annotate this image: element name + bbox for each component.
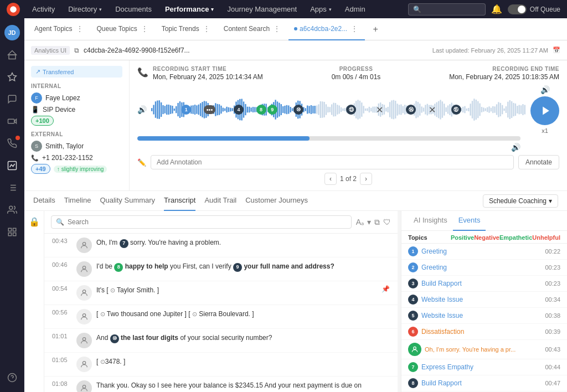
timeline-track-wrapper: 🔊: [137, 136, 559, 152]
global-search[interactable]: 🔍: [408, 3, 486, 16]
msg-time: 00:43: [52, 238, 72, 244]
ai-event-time: 00:34: [545, 296, 560, 303]
sidebar-analytics[interactable]: [2, 156, 22, 176]
sidebar-grid[interactable]: [2, 222, 22, 242]
prev-page-button[interactable]: ‹: [324, 173, 337, 185]
annotation-input[interactable]: [151, 155, 514, 169]
recording-end-col: RECORDING END TIME Mon, February 24, 202…: [449, 66, 559, 81]
tab-timeline[interactable]: Timeline: [64, 191, 91, 211]
sidebar-help[interactable]: [2, 368, 22, 388]
svg-point-23: [83, 290, 85, 293]
ai-event-row[interactable]: 1 Greeting 00:22: [401, 244, 567, 260]
queue-toggle-wrap: Off Queue: [508, 4, 560, 14]
waveform-wrapper: 🔊: [137, 85, 559, 134]
svg-point-27: [83, 385, 85, 388]
ai-event-row[interactable]: 7 Express Empathy 00:44: [401, 359, 567, 375]
schedule-coaching-button[interactable]: Schedule Coaching ▾: [483, 194, 558, 208]
ai-event-row[interactable]: 3 Build Rapport 00:23: [401, 276, 567, 292]
tab-agent-topics[interactable]: Agent Topics ⋮: [29, 18, 90, 40]
tab-content-search-menu[interactable]: ⋮: [272, 24, 282, 33]
timeline-fill: [137, 136, 310, 141]
start-value: Mon, February 24, 2025 10:14:34 AM: [153, 73, 263, 81]
tab-transcript[interactable]: Transcript: [164, 191, 195, 211]
caret-down-icon[interactable]: ▾: [367, 218, 371, 227]
sidebar-home[interactable]: [2, 45, 22, 65]
tab-details[interactable]: Details: [33, 191, 55, 211]
nav-directory[interactable]: Directory ▾: [63, 3, 107, 16]
tab-record-menu[interactable]: ⋮: [349, 24, 359, 33]
ai-event-num: 1: [408, 246, 418, 256]
tab-queue-topics-menu[interactable]: ⋮: [140, 24, 150, 33]
tab-agent-topics-menu[interactable]: ⋮: [75, 24, 85, 33]
internal-score-badge: +100: [31, 116, 54, 126]
tab-content-search[interactable]: Content Search ⋮: [218, 18, 287, 40]
annotate-button[interactable]: Annotate: [518, 155, 559, 169]
progress-value: 0m 00s / 4m 01s: [332, 73, 381, 81]
tab-add-button[interactable]: +: [368, 22, 383, 37]
ai-insights-tab[interactable]: AI Insights: [408, 211, 453, 231]
next-page-button[interactable]: ›: [360, 173, 372, 185]
ai-event-row[interactable]: 4 Website Issue 00:34: [401, 292, 567, 308]
phone-recording-icon: 📞: [137, 67, 148, 78]
shield-icon[interactable]: 🛡: [383, 218, 391, 227]
transcript-lock-icon[interactable]: 🔒: [29, 216, 40, 227]
ai-event-row[interactable]: 5 Website Issue 00:38: [401, 308, 567, 324]
caller-msg-avatar: [76, 285, 92, 301]
sidebar-chat[interactable]: [2, 89, 22, 109]
calendar-icon[interactable]: 📅: [553, 47, 560, 54]
tab-topic-trends-menu[interactable]: ⋮: [202, 24, 212, 33]
tab-audit-trail[interactable]: Audit Trail: [204, 191, 236, 211]
internal-score: +100: [31, 116, 122, 126]
tab-customer-journeys[interactable]: Customer Journeys: [245, 191, 308, 211]
playback-speed[interactable]: x1: [542, 127, 548, 134]
ai-event-num: 6: [408, 327, 418, 337]
sidebar-video[interactable]: [2, 111, 22, 131]
nav-performance[interactable]: Performance ▾: [159, 3, 219, 16]
sidebar-star[interactable]: [2, 67, 22, 87]
global-search-input[interactable]: [425, 6, 481, 13]
user-avatar: JD: [4, 25, 20, 40]
notifications-bell[interactable]: 🔔: [491, 4, 502, 14]
tab-record[interactable]: a6c4dcba-2e2... ⋮: [288, 18, 365, 40]
nav-journey[interactable]: Journey Management: [221, 3, 302, 16]
ai-event-row[interactable]: 6 Dissatisfaction 00:39: [401, 324, 567, 340]
sidebar-phone[interactable]: [2, 133, 22, 153]
transcript-search-input[interactable]: [68, 218, 347, 226]
nav-documents[interactable]: Documents: [110, 3, 157, 16]
msg-time: 00:56: [52, 309, 72, 316]
ai-event-row[interactable]: Oh, I'm sorry. You're having a pr... 00:…: [401, 340, 567, 359]
volume-icon-bottom[interactable]: 🔊: [511, 143, 520, 152]
recording-start-col: 📞 RECORDING START TIME Mon, February 24,…: [137, 66, 263, 81]
sidebar-avatar[interactable]: JD: [2, 23, 22, 43]
tab-topic-trends[interactable]: Topic Trends ⋮: [156, 18, 217, 40]
external-label: EXTERNAL: [31, 131, 122, 137]
app-logo[interactable]: [7, 3, 20, 16]
format-icon[interactable]: Aₐ: [356, 218, 364, 227]
queue-toggle[interactable]: [508, 4, 527, 14]
waveform-container[interactable]: 1 ••• 4 8 9: [151, 93, 526, 126]
pin-icon[interactable]: 📌: [382, 285, 390, 293]
record-copy-icon[interactable]: ⧉: [74, 47, 79, 54]
tab-queue-topics[interactable]: Queue Topics ⋮: [91, 18, 155, 40]
timeline-track[interactable]: [137, 136, 520, 141]
ai-events-tab[interactable]: Events: [453, 211, 486, 231]
sidebar-users[interactable]: [2, 200, 22, 220]
progress-label: PROGRESS: [332, 66, 381, 72]
volume-icon-right[interactable]: 🔊: [540, 85, 550, 94]
play-button[interactable]: [530, 96, 559, 125]
nav-activity[interactable]: Activity: [27, 3, 60, 16]
nav-apps[interactable]: Apps ▾: [305, 3, 337, 16]
svg-point-30: [414, 347, 416, 349]
sidebar-list[interactable]: [2, 178, 22, 198]
ai-event-row[interactable]: 8 Build Rapport 00:47: [401, 375, 567, 391]
nav-admin[interactable]: Admin: [339, 3, 371, 16]
topic-num-10: ⑩: [110, 334, 119, 343]
svg-point-22: [83, 266, 85, 269]
volume-icon-top[interactable]: 🔊: [137, 105, 147, 114]
copy-transcript-icon[interactable]: ⧉: [374, 218, 380, 227]
vol-top: 🔊: [137, 105, 147, 114]
ai-event-row[interactable]: 2 Greeting 00:23: [401, 260, 567, 276]
tab-quality-summary[interactable]: Quality Summary: [100, 191, 155, 211]
transcript-search-box[interactable]: 🔍: [51, 215, 352, 229]
svg-rect-4: [8, 119, 14, 123]
